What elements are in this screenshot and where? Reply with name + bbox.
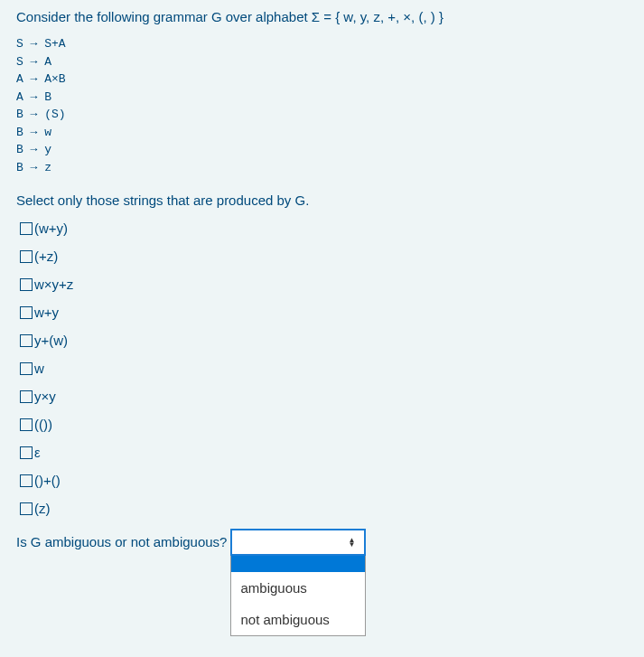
grammar-line: S → S+A	[16, 35, 628, 53]
select-prompt: Select only those strings that are produ…	[16, 192, 628, 208]
checkbox[interactable]	[20, 390, 33, 403]
option-row: y+(w)	[20, 333, 628, 348]
grammar-line: B → z	[16, 159, 628, 177]
dropdown-options: ambiguous not ambiguous	[230, 556, 366, 636]
grammar-line: B → (S)	[16, 106, 628, 124]
ambiguous-label: Is G ambiguous or not ambiguous?	[16, 529, 227, 549]
ambiguous-dropdown[interactable]: ▲ ▼	[230, 529, 366, 556]
chevron-updown-icon: ▲ ▼	[349, 538, 356, 547]
grammar-line: B → y	[16, 141, 628, 159]
option-row: (z)	[20, 501, 628, 516]
option-label: y×y	[34, 389, 56, 404]
grammar-rules: S → S+A S → A A → A×B A → B B → (S) B → …	[16, 35, 628, 176]
grammar-line: S → A	[16, 53, 628, 71]
option-row: (())	[20, 417, 628, 432]
option-label: (z)	[34, 501, 51, 516]
checkbox[interactable]	[20, 418, 33, 431]
grammar-line: A → B	[16, 89, 628, 107]
checkbox[interactable]	[20, 474, 33, 487]
dropdown-option-not-ambiguous[interactable]: not ambiguous	[231, 604, 365, 635]
option-label: w×y+z	[34, 277, 73, 292]
grammar-prompt: Consider the following grammar G over al…	[16, 9, 628, 24]
option-label: w	[34, 361, 44, 376]
dropdown-option-ambiguous[interactable]: ambiguous	[231, 572, 365, 604]
checkbox[interactable]	[20, 446, 33, 459]
option-label: ε	[34, 445, 41, 460]
options-list: (w+y) (+z) w×y+z w+y y+(w) w y×y (())	[20, 221, 628, 516]
option-row: w	[20, 361, 628, 376]
option-label: ()+()	[34, 473, 61, 488]
checkbox[interactable]	[20, 306, 33, 319]
option-row: w+y	[20, 305, 628, 320]
option-label: (+z)	[34, 249, 58, 264]
option-label: (())	[34, 417, 52, 432]
checkbox[interactable]	[20, 362, 33, 375]
ambiguous-question-row: Is G ambiguous or not ambiguous? ▲ ▼ amb…	[16, 529, 628, 556]
option-row: (+z)	[20, 249, 628, 264]
checkbox[interactable]	[20, 334, 33, 347]
option-row: ε	[20, 445, 628, 460]
option-row: y×y	[20, 389, 628, 404]
option-label: y+(w)	[34, 333, 68, 348]
option-row: w×y+z	[20, 277, 628, 292]
dropdown-wrapper: ▲ ▼ ambiguous not ambiguous	[230, 529, 366, 556]
grammar-line: B → w	[16, 124, 628, 142]
checkbox[interactable]	[20, 250, 33, 263]
grammar-line: A → A×B	[16, 70, 628, 89]
dropdown-option-empty[interactable]	[231, 556, 365, 572]
option-label: (w+y)	[34, 221, 68, 236]
checkbox[interactable]	[20, 278, 33, 291]
checkbox[interactable]	[20, 502, 33, 515]
option-label: w+y	[34, 305, 59, 320]
option-row: ()+()	[20, 473, 628, 488]
checkbox[interactable]	[20, 222, 33, 235]
option-row: (w+y)	[20, 221, 628, 236]
